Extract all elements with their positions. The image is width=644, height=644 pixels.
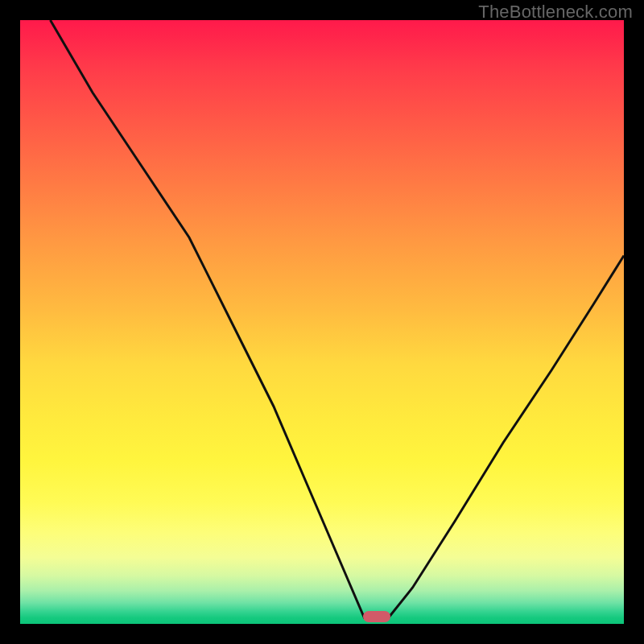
- curve-path: [51, 20, 625, 618]
- chart-frame: TheBottleneck.com: [0, 0, 644, 644]
- plot-area: [20, 20, 624, 624]
- bottleneck-curve: [20, 20, 624, 624]
- watermark-text: TheBottleneck.com: [478, 2, 633, 23]
- optimal-marker: [363, 611, 390, 622]
